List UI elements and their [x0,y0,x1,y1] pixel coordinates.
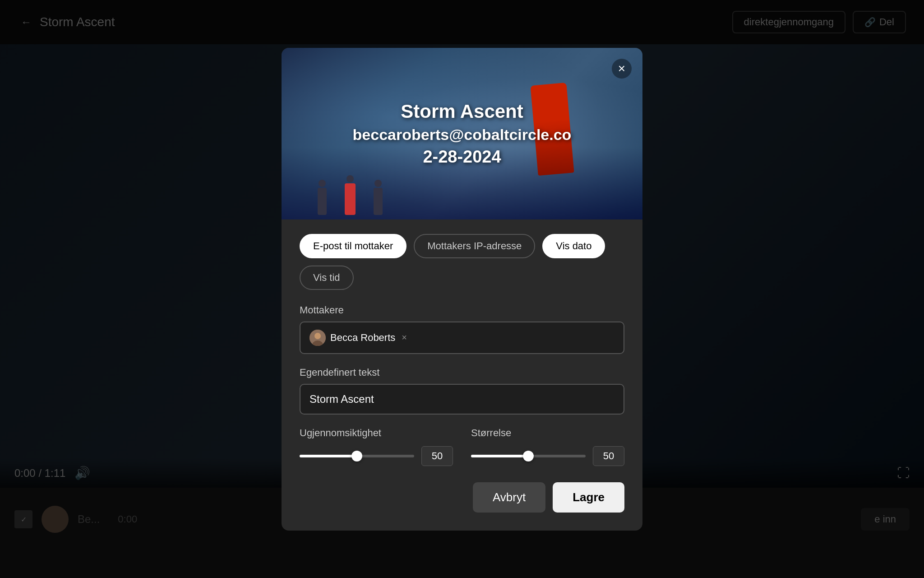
modal-image-email: beccaroberts@cobaltcircle.co [353,126,572,144]
modal-close-button[interactable]: × [612,59,632,79]
modal-overlay: × [0,0,924,578]
recipients-field[interactable]: Becca Roberts × [300,322,624,354]
recipient-avatar [310,330,326,346]
modal-preview-image: Storm Ascent beccaroberts@cobaltcircle.c… [282,48,642,219]
size-slider-group: Størrelse 50 [471,427,624,466]
size-slider-row: 50 [471,446,624,466]
modal-image-date: 2-28-2024 [423,147,501,167]
size-label: Størrelse [471,427,624,439]
opacity-slider-track[interactable] [300,455,414,457]
modal-image-title: Storm Ascent [401,101,523,122]
opacity-value: 50 [421,446,453,466]
opacity-slider-row: 50 [300,446,453,466]
svg-point-1 [314,333,321,339]
opacity-slider-thumb[interactable] [351,451,362,461]
sliders-row: Ugjennomsiktighet 50 Størrelse [300,427,624,466]
size-slider-thumb[interactable] [523,451,534,461]
custom-text-label: Egendefinert tekst [300,367,624,378]
toggle-email-button[interactable]: E-post til mottaker [300,234,407,258]
recipient-name: Becca Roberts [330,332,395,344]
size-slider-track[interactable] [471,455,586,457]
toggle-time-button[interactable]: Vis tid [300,266,354,290]
modal-dialog: × [282,48,642,531]
save-button[interactable]: Lagre [553,482,624,513]
toggle-ip-button[interactable]: Mottakers IP-adresse [414,234,535,258]
modal-body: E-post til mottaker Mottakers IP-adresse… [282,219,642,466]
modal-image-overlay: Storm Ascent beccaroberts@cobaltcircle.c… [282,48,642,219]
recipient-remove-button[interactable]: × [402,332,407,343]
opacity-label: Ugjennomsiktighet [300,427,453,439]
size-slider-fill [471,455,528,457]
toggle-row: E-post til mottaker Mottakers IP-adresse… [300,234,624,290]
recipients-label: Mottakere [300,304,624,316]
opacity-slider-group: Ugjennomsiktighet 50 [300,427,453,466]
custom-text-input[interactable] [300,384,624,415]
toggle-date-button[interactable]: Vis dato [542,234,605,258]
size-value: 50 [593,446,624,466]
opacity-slider-fill [300,455,357,457]
recipient-chip: Becca Roberts × [310,330,407,346]
action-buttons-row: Avbryt Lagre [282,482,642,513]
cancel-button[interactable]: Avbryt [473,482,545,513]
